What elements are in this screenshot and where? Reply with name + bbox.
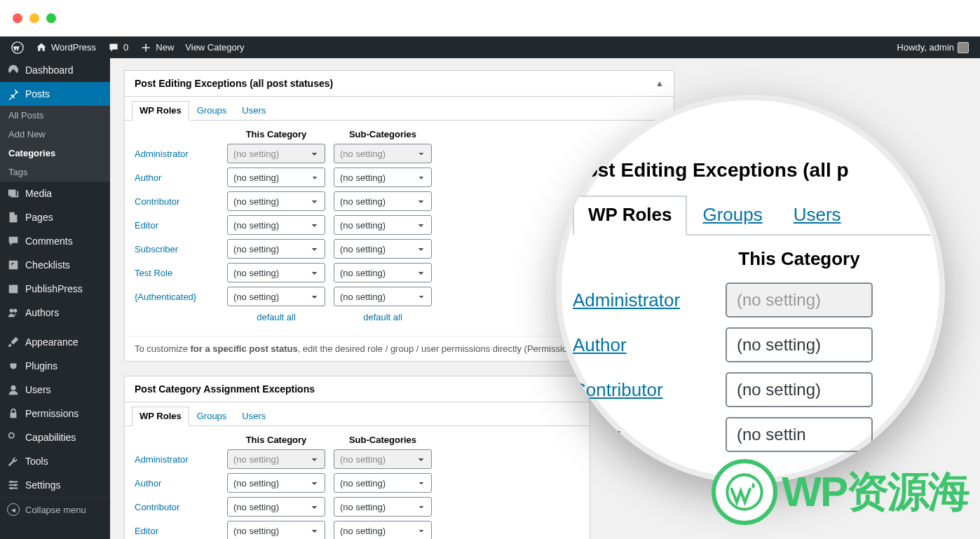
brush-icon <box>7 336 20 348</box>
select-this-category[interactable]: (no setting) <box>227 497 325 517</box>
select-sub-categories[interactable]: (no setting) <box>334 191 432 211</box>
sidebar-item-permissions[interactable]: Permissions <box>0 402 110 425</box>
select-sub-categories[interactable]: (no setting) <box>334 521 432 539</box>
select-this-category[interactable]: (no setting) <box>227 449 325 469</box>
sidebar-label: Users <box>25 384 51 395</box>
select-sub-categories[interactable]: (no setting) <box>334 497 432 517</box>
posts-submenu: All Posts Add New Categories Tags <box>0 106 110 182</box>
view-category-link[interactable]: View Category <box>179 36 250 58</box>
column-sub-categories: Sub-Categories <box>334 435 432 445</box>
select-this-category[interactable]: (no setting) <box>227 473 325 493</box>
wordpress-icon <box>11 41 24 54</box>
svg-point-8 <box>11 487 13 490</box>
sidebar-item-capabilities[interactable]: Capabilities <box>0 425 110 449</box>
select-this-category[interactable]: (no setting) <box>227 521 325 539</box>
tab-wp-roles[interactable]: WP Roles <box>132 407 189 426</box>
tab-groups[interactable]: Groups <box>189 101 235 120</box>
select-sub-categories[interactable]: (no setting) <box>334 215 432 235</box>
comments-count: 0 <box>123 42 128 53</box>
role-link-test-role[interactable]: Test Role <box>135 268 219 278</box>
select-this-category[interactable]: (no setting) <box>227 144 325 163</box>
panel-tabs: WP Roles Groups Users <box>125 402 590 426</box>
submenu-tags[interactable]: Tags <box>0 163 110 182</box>
role-link-subscriber[interactable]: Subscriber <box>135 244 219 254</box>
media-icon <box>7 187 20 200</box>
select-sub-categories[interactable]: (no setting) <box>334 263 432 282</box>
default-all-this-category[interactable]: default all <box>257 312 296 322</box>
comment-icon <box>107 41 120 54</box>
comments-link[interactable]: 0 <box>102 36 134 58</box>
table-row: Contributor (no setting) (no setting) <box>135 191 664 211</box>
svg-rect-4 <box>11 413 17 418</box>
table-row: Author (no setting) (no setting) <box>135 168 664 187</box>
panel-toggle-button[interactable]: ▲ <box>655 79 664 88</box>
pin-icon <box>7 88 20 100</box>
role-link-author[interactable]: Author <box>135 478 219 489</box>
plug-icon <box>7 360 20 372</box>
select-sub-categories[interactable]: (no setting) <box>334 287 432 306</box>
sidebar-item-tools[interactable]: Tools <box>0 449 110 473</box>
submenu-categories[interactable]: Categories <box>0 144 110 163</box>
window-chrome <box>0 0 980 36</box>
panel-title: Post Editing Exceptions (all post status… <box>135 78 333 89</box>
select-this-category[interactable]: (no setting) <box>227 287 325 306</box>
svg-point-1 <box>10 309 13 313</box>
new-label: New <box>156 42 174 53</box>
checklist-icon <box>7 259 20 271</box>
table-row: Author (no setting) (no setting) <box>135 473 580 493</box>
sidebar-label: Media <box>25 188 52 199</box>
sidebar-item-pages[interactable]: Pages <box>0 205 110 229</box>
sidebar-item-appearance[interactable]: Appearance <box>0 330 110 354</box>
select-sub-categories[interactable]: (no setting) <box>334 473 432 493</box>
role-link-administrator[interactable]: Administrator <box>135 149 219 159</box>
calendar-icon <box>7 282 20 295</box>
sidebar-item-comments[interactable]: Comments <box>0 229 110 253</box>
role-link-authenticated[interactable]: {Authenticated} <box>135 292 219 302</box>
sidebar-item-media[interactable]: Media <box>0 182 110 205</box>
select-this-category[interactable]: (no setting) <box>227 168 325 187</box>
role-link-contributor[interactable]: Contributor <box>135 502 219 512</box>
close-window-button[interactable] <box>13 13 22 23</box>
site-home-link[interactable]: WordPress <box>29 36 102 58</box>
wp-logo[interactable] <box>6 36 29 58</box>
tab-users[interactable]: Users <box>234 407 273 425</box>
sidebar-item-publishpress[interactable]: PublishPress <box>0 277 110 301</box>
collapse-menu-button[interactable]: ◄ Collapse menu <box>0 497 110 521</box>
select-this-category[interactable]: (no setting) <box>227 191 325 211</box>
select-this-category[interactable]: (no setting) <box>227 215 325 235</box>
role-link-administrator[interactable]: Administrator <box>135 454 219 465</box>
submenu-add-new[interactable]: Add New <box>0 125 110 144</box>
sidebar-item-users[interactable]: Users <box>0 378 110 402</box>
sidebar-item-authors[interactable]: Authors <box>0 301 110 325</box>
sidebar-label: Posts <box>25 88 50 100</box>
maximize-window-button[interactable] <box>46 13 56 23</box>
select-sub-categories[interactable]: (no setting) <box>334 144 432 163</box>
role-link-author[interactable]: Author <box>135 172 219 183</box>
sidebar-label: Comments <box>25 236 73 247</box>
sidebar-item-settings[interactable]: Settings <box>0 473 110 497</box>
tab-users[interactable]: Users <box>234 101 273 120</box>
role-link-contributor[interactable]: Contributor <box>135 196 219 207</box>
role-link-editor[interactable]: Editor <box>135 220 219 231</box>
select-sub-categories[interactable]: (no setting) <box>334 168 432 187</box>
howdy-text: Howdy, admin <box>897 42 954 53</box>
sidebar-item-posts[interactable]: Posts <box>0 82 110 106</box>
sidebar-label: Capabilities <box>25 432 76 443</box>
submenu-all-posts[interactable]: All Posts <box>0 106 110 125</box>
minimize-window-button[interactable] <box>29 13 39 23</box>
tab-wp-roles[interactable]: WP Roles <box>132 101 189 121</box>
sidebar-item-checklists[interactable]: Checklists <box>0 253 110 277</box>
select-sub-categories[interactable]: (no setting) <box>334 239 432 259</box>
select-this-category[interactable]: (no setting) <box>227 239 325 259</box>
role-link-editor[interactable]: Editor <box>135 526 219 536</box>
new-content-link[interactable]: New <box>134 36 179 58</box>
lock-icon <box>7 407 20 420</box>
sidebar-item-plugins[interactable]: Plugins <box>0 354 110 378</box>
user-account-link[interactable]: Howdy, admin <box>892 36 974 58</box>
select-sub-categories[interactable]: (no setting) <box>334 449 432 469</box>
default-all-sub-categories[interactable]: default all <box>363 312 402 322</box>
select-this-category[interactable]: (no setting) <box>227 263 325 282</box>
sidebar-item-dashboard[interactable]: Dashboard <box>0 58 110 82</box>
tab-groups[interactable]: Groups <box>189 407 235 425</box>
svg-point-5 <box>9 433 14 438</box>
